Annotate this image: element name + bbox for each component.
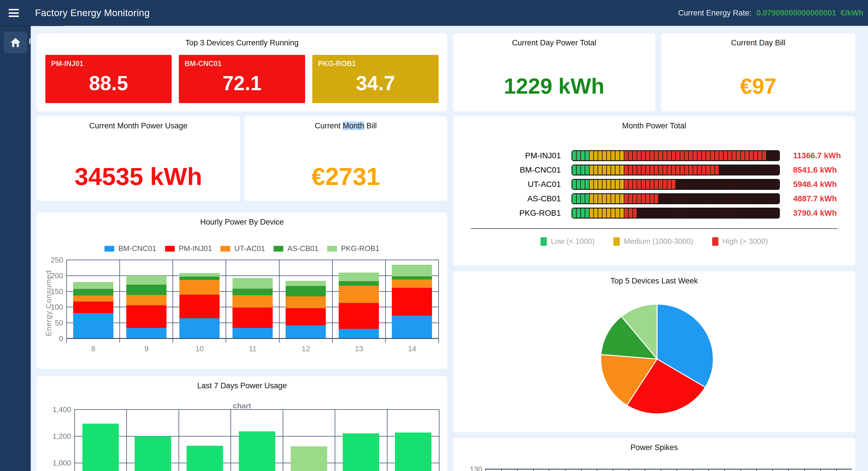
bar-segment xyxy=(706,151,710,160)
bar-segment xyxy=(754,194,757,203)
bar-segment xyxy=(728,208,732,218)
stacked-bar[interactable] xyxy=(232,278,273,338)
legend-item[interactable]: Low (< 1000) xyxy=(540,237,594,246)
daily-usage-bar[interactable] xyxy=(343,433,379,471)
legend-item[interactable]: PKG-ROB1 xyxy=(327,244,379,253)
legend-label: UT-AC01 xyxy=(234,244,265,253)
bar-segment xyxy=(615,194,619,203)
bar-segment xyxy=(728,151,732,160)
stacked-bar[interactable] xyxy=(339,272,379,338)
last7-plot: 1,4001,2001,000 xyxy=(74,410,439,471)
y-axis-title: Energy Consumed xyxy=(44,264,53,343)
bar-segment xyxy=(650,208,654,218)
bar-segment-UT-AC01 xyxy=(286,296,326,308)
stacked-bar[interactable] xyxy=(126,276,166,338)
stacked-bar[interactable] xyxy=(286,281,326,338)
menu-icon[interactable] xyxy=(9,9,19,17)
segmented-bar[interactable] xyxy=(571,150,780,161)
bar-segment xyxy=(754,180,757,189)
selected-text: Month xyxy=(343,121,364,130)
bar-segment xyxy=(719,194,723,203)
bar-segment xyxy=(620,180,624,189)
daily-usage-bar[interactable] xyxy=(291,446,327,471)
segmented-bar[interactable] xyxy=(571,179,780,190)
legend-label: PM-INJ01 xyxy=(179,244,212,253)
bar-segment xyxy=(698,151,701,160)
legend-item[interactable]: High (> 3000) xyxy=(712,237,768,246)
dashboard-content: Top 3 Devices Currently Running PM-INJ01… xyxy=(31,26,868,471)
legend-item[interactable]: Medium (1000-3000) xyxy=(613,237,693,246)
stacked-bar[interactable] xyxy=(179,273,220,338)
bar-segment xyxy=(728,166,732,175)
bar-segment xyxy=(646,194,650,203)
gridline-v xyxy=(126,410,127,471)
main-shell: F Top 3 Devices Currently Running PM-INJ… xyxy=(0,26,868,471)
legend-item[interactable]: UT-AC01 xyxy=(220,244,265,253)
bar-segment xyxy=(685,180,688,189)
bar-segment xyxy=(663,180,667,189)
bar-segment xyxy=(585,166,589,175)
bar-segment-BM-CNC01 xyxy=(392,316,432,338)
bar-segment xyxy=(741,151,745,160)
bar-segment xyxy=(620,151,624,160)
pie-chart[interactable] xyxy=(600,301,714,415)
y-tick-label: 250 xyxy=(39,256,63,265)
device-tile-bm-cnc01[interactable]: BM-CNC01 72.1 xyxy=(179,55,305,103)
bar-segment xyxy=(715,166,719,175)
bar-segment xyxy=(672,194,675,203)
bar-segment xyxy=(775,166,779,175)
legend-swatch xyxy=(274,246,283,252)
bar-segment xyxy=(611,180,615,189)
bar-segment-BM-CNC01 xyxy=(286,325,326,338)
segmented-bar[interactable] xyxy=(571,193,780,204)
segmented-bar[interactable] xyxy=(571,165,780,175)
bar-segment xyxy=(754,208,757,218)
card-title: Current Month Bill xyxy=(244,121,447,130)
bar-segment xyxy=(646,151,650,160)
bar-segment xyxy=(741,194,745,203)
device-tile-pm-inj01[interactable]: PM-INJ01 88.5 xyxy=(45,55,172,103)
bar-segment xyxy=(745,180,749,189)
sidebar: F xyxy=(0,26,31,471)
card-month-power-total: Month Power Total PM-INJ0111366.7 kWhBM-… xyxy=(453,116,856,266)
y-tick-label: 1,200 xyxy=(42,432,71,441)
bar-segment xyxy=(719,166,723,175)
daily-usage-bar[interactable] xyxy=(395,433,431,471)
card-title: Month Power Total xyxy=(453,121,856,130)
legend-item[interactable]: BM-CNC01 xyxy=(104,244,156,253)
legend-swatch xyxy=(540,237,547,246)
home-button[interactable] xyxy=(4,32,27,53)
bar-segment xyxy=(629,166,632,175)
daily-usage-bar[interactable] xyxy=(187,446,223,471)
card-top5-last-week: Top 5 Devices Last Week xyxy=(453,271,856,432)
bar-segment-AS-CB01 xyxy=(73,289,113,296)
daily-usage-bar[interactable] xyxy=(135,436,171,471)
bar-segment xyxy=(732,194,736,203)
bar-segment xyxy=(590,180,593,189)
legend-item[interactable]: PM-INJ01 xyxy=(165,244,212,253)
bar-segment xyxy=(577,208,580,218)
bar-segment xyxy=(590,166,593,175)
bar-segment xyxy=(646,180,650,189)
legend-label: AS-CB01 xyxy=(287,244,318,253)
stacked-bar[interactable] xyxy=(73,282,113,338)
stacked-bar[interactable] xyxy=(392,265,432,338)
bar-segment xyxy=(754,166,757,175)
bar-segment xyxy=(763,166,766,175)
legend-swatch xyxy=(327,246,337,252)
bar-segment xyxy=(728,194,732,203)
bar-segment xyxy=(689,208,693,218)
device-tile-pkg-rob1[interactable]: PKG-ROB1 34.7 xyxy=(312,55,439,103)
bar-segment xyxy=(711,180,714,189)
daily-usage-bar[interactable] xyxy=(239,431,275,471)
bar-segment-BM-CNC01 xyxy=(339,329,379,338)
daily-usage-bar[interactable] xyxy=(82,423,119,471)
bar-segment xyxy=(611,151,615,160)
card-top3-devices: Top 3 Devices Currently Running PM-INJ01… xyxy=(37,33,447,112)
legend-item[interactable]: AS-CB01 xyxy=(274,244,318,253)
bar-segment xyxy=(715,208,719,218)
segmented-bar[interactable] xyxy=(571,208,780,218)
month-total-legend: Low (< 1000)Medium (1000-3000)High (> 30… xyxy=(453,237,856,246)
bar-segment xyxy=(659,180,662,189)
month-bill-value: €2731 xyxy=(244,162,447,191)
